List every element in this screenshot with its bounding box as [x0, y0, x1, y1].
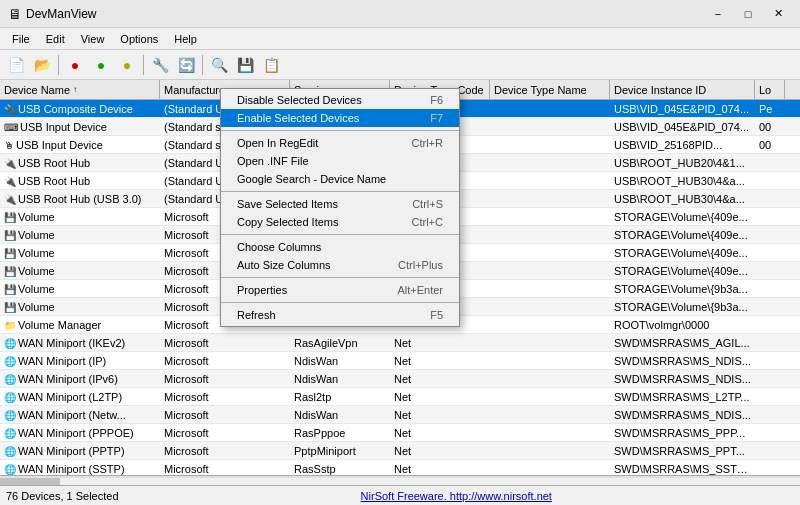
- context-menu-item-9[interactable]: Properties Alt+Enter: [221, 281, 459, 299]
- ctx-item-label: Choose Columns: [237, 241, 321, 253]
- ctx-item-label: Google Search - Device Name: [237, 173, 386, 185]
- ctx-item-label: Copy Selected Items: [237, 216, 339, 228]
- ctx-item-label: Properties: [237, 284, 287, 296]
- context-menu-item-6[interactable]: Copy Selected Items Ctrl+C: [221, 213, 459, 231]
- ctx-item-label: Enable Selected Devices: [237, 112, 359, 124]
- ctx-item-shortcut: F7: [430, 112, 443, 124]
- ctx-separator: [221, 191, 459, 192]
- ctx-item-label: Disable Selected Devices: [237, 94, 362, 106]
- ctx-item-label: Refresh: [237, 309, 276, 321]
- ctx-separator: [221, 234, 459, 235]
- context-menu-item-10[interactable]: Refresh F5: [221, 306, 459, 324]
- context-menu-item-0[interactable]: Disable Selected Devices F6: [221, 91, 459, 109]
- ctx-item-shortcut: Ctrl+C: [412, 216, 443, 228]
- ctx-item-shortcut: Ctrl+S: [412, 198, 443, 210]
- context-menu-item-2[interactable]: Open In RegEdit Ctrl+R: [221, 134, 459, 152]
- ctx-item-shortcut: Ctrl+R: [412, 137, 443, 149]
- ctx-item-label: Open .INF File: [237, 155, 309, 167]
- ctx-separator: [221, 302, 459, 303]
- ctx-item-label: Open In RegEdit: [237, 137, 318, 149]
- context-menu-item-4[interactable]: Google Search - Device Name: [221, 170, 459, 188]
- context-menu-item-7[interactable]: Choose Columns: [221, 238, 459, 256]
- context-menu-item-1[interactable]: Enable Selected Devices F7: [221, 109, 459, 127]
- context-menu-item-8[interactable]: Auto Size Columns Ctrl+Plus: [221, 256, 459, 274]
- ctx-item-label: Auto Size Columns: [237, 259, 331, 271]
- context-menu-item-5[interactable]: Save Selected Items Ctrl+S: [221, 195, 459, 213]
- ctx-separator: [221, 130, 459, 131]
- ctx-item-label: Save Selected Items: [237, 198, 338, 210]
- ctx-item-shortcut: F5: [430, 309, 443, 321]
- context-menu-overlay[interactable]: Disable Selected Devices F6 Enable Selec…: [0, 0, 800, 489]
- context-menu-item-3[interactable]: Open .INF File: [221, 152, 459, 170]
- context-menu: Disable Selected Devices F6 Enable Selec…: [220, 88, 460, 327]
- ctx-separator: [221, 277, 459, 278]
- ctx-item-shortcut: Alt+Enter: [397, 284, 443, 296]
- ctx-item-shortcut: F6: [430, 94, 443, 106]
- ctx-item-shortcut: Ctrl+Plus: [398, 259, 443, 271]
